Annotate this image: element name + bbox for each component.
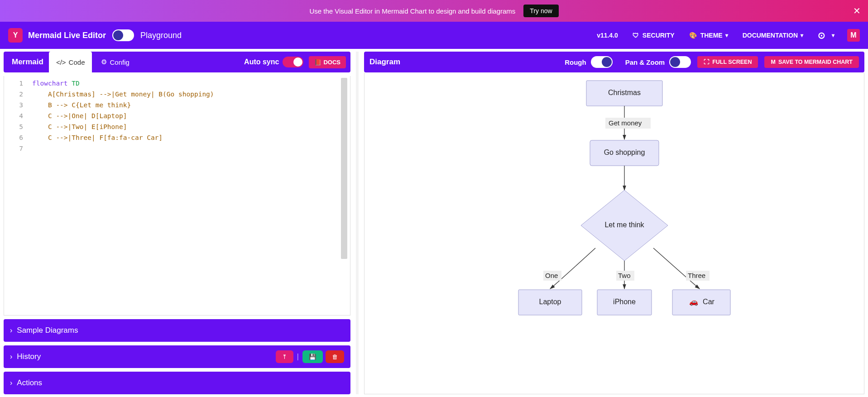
code-icon: </> (56, 58, 66, 66)
palette-icon: 🎨 (689, 32, 697, 39)
book-icon: 📕 (314, 59, 321, 66)
svg-text:iPhone: iPhone (613, 298, 636, 306)
promo-banner: Use the Visual Editor in Mermaid Chart t… (0, 0, 868, 22)
trash-icon: 🗑 (332, 354, 338, 360)
panzoom-label: Pan & Zoom (625, 58, 665, 66)
svg-text:One: One (545, 272, 558, 279)
upload-button[interactable]: ⤒ (276, 350, 293, 363)
chevron-right-icon: › (10, 326, 12, 335)
svg-text:Laptop: Laptop (539, 298, 561, 306)
accordion-history[interactable]: › History ⤒ | 💾 🗑 (4, 345, 350, 368)
gear-icon: ⚙ (101, 58, 107, 66)
mermaid-chart-logo-icon[interactable]: M (847, 29, 860, 42)
tab-mermaid: Mermaid (8, 57, 47, 67)
svg-text:Christmas: Christmas (608, 89, 641, 96)
flowchart-svg: Christmas Get money Go shopping Let me t… (364, 72, 868, 397)
playground-label: Playground (140, 31, 182, 40)
svg-text:Let me think: Let me think (604, 221, 644, 229)
tab-code[interactable]: </> Code (49, 52, 92, 72)
chevron-down-icon: ▾ (832, 32, 834, 38)
mermaid-icon: M (771, 59, 775, 65)
panzoom-toggle[interactable] (669, 56, 691, 68)
code-content[interactable]: flowchart TD A[Christmas] -->|Get money|… (29, 76, 350, 315)
svg-text:Go shopping: Go shopping (604, 148, 645, 156)
chevron-down-icon: ▾ (801, 32, 803, 38)
scrollbar[interactable] (341, 78, 347, 259)
external-link-icon: ⛶ (704, 59, 710, 65)
fullscreen-button[interactable]: ⛶ FULL SCREEN (697, 56, 758, 68)
svg-text:Three: Three (688, 272, 705, 279)
try-now-button[interactable]: Try now (523, 5, 558, 17)
rough-toggle[interactable] (591, 56, 613, 68)
banner-text: Use the Visual Editor in Mermaid Chart t… (309, 7, 515, 15)
autosync-toggle[interactable] (283, 57, 303, 67)
docs-button[interactable]: 📕 DOCS (309, 56, 346, 68)
diagram-canvas[interactable]: Christmas Get money Go shopping Let me t… (364, 72, 864, 394)
upload-icon: ⤒ (282, 354, 287, 360)
rough-label: Rough (565, 58, 586, 66)
svg-text:Get money: Get money (609, 119, 642, 127)
car-icon: 🚗 (689, 297, 698, 306)
pane-divider[interactable] (356, 52, 359, 394)
version-label: v11.4.0 (597, 32, 618, 39)
nav-security[interactable]: 🛡 SECURITY (633, 32, 675, 39)
chevron-down-icon: ▾ (725, 32, 728, 38)
line-gutter: 1234567 (4, 76, 29, 315)
nav-github[interactable]: ⊙ ▾ (818, 30, 834, 41)
accordion-sample-diagrams[interactable]: › Sample Diagrams (4, 319, 350, 342)
accordion-actions[interactable]: › Actions (4, 372, 350, 394)
nav-theme[interactable]: 🎨 THEME ▾ (689, 32, 728, 39)
mermaid-logo-icon: Y (8, 28, 23, 43)
close-icon[interactable]: ✕ (853, 5, 861, 16)
save-to-mermaid-chart-button[interactable]: M SAVE TO MERMAID CHART (764, 56, 859, 68)
svg-rect-18 (672, 290, 730, 315)
svg-text:Car: Car (703, 298, 715, 306)
editor-header: Mermaid </> Code ⚙ Config Auto sync 📕 DO… (4, 52, 350, 72)
nav-documentation[interactable]: DOCUMENTATION ▾ (743, 32, 803, 39)
chevron-right-icon: › (10, 353, 12, 361)
tab-config[interactable]: ⚙ Config (94, 52, 136, 72)
topbar: Y Mermaid Live Editor Playground v11.4.0… (0, 22, 868, 49)
diagram-title: Diagram (369, 57, 400, 67)
save-button[interactable]: 💾 (302, 350, 323, 363)
diagram-header: Diagram Rough Pan & Zoom ⛶ FULL SCREEN M… (364, 52, 864, 72)
brand-title: Mermaid Live Editor (28, 31, 106, 40)
save-icon: 💾 (309, 354, 317, 360)
code-editor[interactable]: 1234567 flowchart TD A[Christmas] -->|Ge… (4, 76, 350, 316)
chevron-right-icon: › (10, 379, 12, 387)
autosync-label: Auto sync (244, 58, 279, 66)
shield-icon: 🛡 (633, 32, 639, 39)
github-icon: ⊙ (818, 30, 825, 41)
svg-text:Two: Two (618, 272, 631, 279)
playground-toggle[interactable] (112, 29, 134, 41)
delete-button[interactable]: 🗑 (326, 350, 344, 363)
